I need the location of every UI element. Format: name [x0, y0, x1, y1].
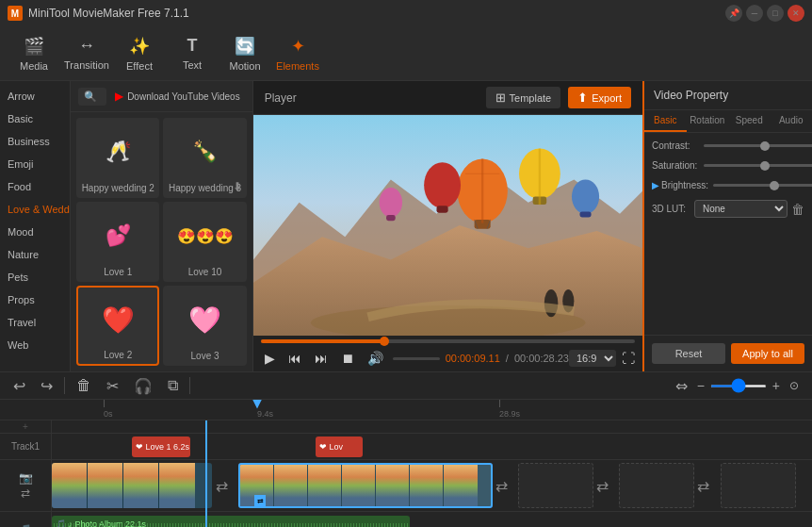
element-love-1[interactable]: 💕 Love 1	[76, 202, 159, 282]
transfer-arrow-2: ⇄	[495, 477, 508, 495]
zoom-out-button[interactable]: −	[697, 378, 705, 393]
motion-tool[interactable]: 🔄 Motion	[220, 31, 269, 76]
video-property-tabs: Basic Rotation Speed Audio	[644, 110, 812, 133]
contrast-slider[interactable]	[704, 144, 812, 147]
video-thumb-sel-4	[342, 465, 376, 506]
contrast-label: Contrast:	[652, 140, 704, 151]
volume-button[interactable]: 🔊	[364, 349, 387, 368]
sidebar-item-emoji[interactable]: Emoji	[0, 153, 70, 175]
pin-button[interactable]: 📌	[725, 5, 742, 22]
play-button[interactable]: ▶	[261, 349, 279, 368]
copy-button[interactable]: ⧉	[164, 375, 182, 396]
tracks-content: ❤ Love 1 6.2s ❤ Lov ⇄	[52, 420, 812, 527]
template-button[interactable]: ⊞ Template	[486, 87, 561, 108]
split-view-button[interactable]: ⇔	[672, 375, 691, 397]
video-thumb-4	[159, 463, 195, 508]
prev-frame-button[interactable]: ⏮	[284, 349, 305, 368]
audio-track: 🎵 ♪ Photo Album 22.1s	[52, 512, 812, 527]
element-love-2[interactable]: ❤️ Love 2	[76, 286, 159, 366]
add-track-icon: +	[23, 421, 28, 432]
brightness-row: ▶ Brightness: 0.0	[652, 180, 804, 190]
lut-select[interactable]: None	[694, 200, 788, 218]
video-clip-2-selected[interactable]: ⇄	[238, 463, 493, 508]
search-box[interactable]: 🔍	[78, 88, 106, 106]
element-happy-wedding-3[interactable]: 🍾 Happy wedding 3 ⬇	[163, 118, 246, 198]
elements-label: Elements	[276, 60, 319, 72]
video-track-label: 📷 ⇄	[0, 460, 51, 512]
media-tool[interactable]: 🎬 Media	[9, 31, 58, 76]
sidebar-item-nature[interactable]: Nature	[0, 243, 70, 266]
love2-clip[interactable]: ❤ Lov	[316, 436, 363, 457]
sidebar-item-travel[interactable]: Travel	[0, 311, 70, 334]
seek-fill	[261, 339, 384, 343]
delete-button[interactable]: 🗑	[73, 375, 95, 396]
sidebar-item-food[interactable]: Food	[0, 175, 70, 198]
sidebar-item-love-wedding[interactable]: Love & Wedding	[0, 198, 70, 221]
close-button[interactable]: ✕	[788, 5, 804, 22]
sidebar-item-business[interactable]: Business	[0, 130, 70, 153]
redo-button[interactable]: ↪	[37, 375, 57, 397]
export-button[interactable]: ⬆ Export	[568, 87, 631, 108]
download-icon[interactable]: ⬇	[233, 180, 242, 193]
sidebar-item-web[interactable]: Web	[0, 334, 70, 356]
element-visual: ❤️	[102, 293, 135, 346]
video-thumb-sel-3	[308, 465, 342, 506]
sidebar-item-basic[interactable]: Basic	[0, 107, 70, 130]
app-logo: M MiniTool MovieMaker Free 7.1.1	[8, 6, 189, 21]
time-total: 00:00:28.23	[514, 353, 569, 364]
stop-button[interactable]: ⏹	[337, 349, 358, 368]
tab-rotation[interactable]: Rotation	[687, 110, 729, 132]
elements-tool[interactable]: ✦ Elements	[273, 31, 322, 76]
contrast-row: Contrast: 0.0	[652, 140, 804, 151]
audio-waveform	[52, 523, 410, 527]
transition-icon: ↔	[78, 36, 95, 56]
video-clip-1[interactable]	[52, 463, 212, 508]
download-youtube-btn[interactable]: ▶ Download YouTube Videos	[110, 87, 245, 106]
text-label: Text	[183, 59, 202, 71]
element-love-3[interactable]: 🩷 Love 3	[163, 286, 246, 366]
cut-button[interactable]: ✂	[103, 375, 122, 397]
element-love-10[interactable]: 😍😍😍 Love 10	[163, 202, 246, 282]
time-mark-289: 28.9s	[499, 409, 520, 419]
timeline-body: + Track1 📷 ⇄ 🎵	[0, 420, 812, 527]
sidebar-item-arrow[interactable]: Arrow	[0, 85, 70, 107]
lut-delete-icon[interactable]: 🗑	[791, 202, 804, 217]
tab-speed[interactable]: Speed	[728, 110, 771, 132]
sidebar-item-props[interactable]: Props	[0, 288, 70, 311]
video-thumb-1	[52, 463, 88, 508]
element-happy-wedding-2[interactable]: 🥂 Happy wedding 2	[76, 118, 159, 198]
fit-button[interactable]: ⊙	[786, 377, 803, 394]
text-tool[interactable]: T Text	[168, 31, 217, 76]
maximize-button[interactable]: □	[767, 5, 784, 22]
video-property-panel: Video Property Basic Rotation Speed Audi…	[642, 81, 812, 371]
minimize-button[interactable]: ─	[746, 5, 763, 22]
audio-clip[interactable]: 🎵 ♪ Photo Album 22.1s	[52, 516, 410, 527]
saturation-slider[interactable]	[704, 164, 812, 167]
brightness-slider[interactable]	[713, 184, 812, 187]
aspect-ratio-select[interactable]: 16:9 9:16 4:3 1:1	[569, 350, 616, 367]
effect-icon: ✨	[129, 36, 150, 57]
sidebar-item-pets[interactable]: Pets	[0, 266, 70, 288]
seek-bar[interactable]	[261, 339, 635, 343]
love1-clip[interactable]: ❤ Love 1 6.2s	[132, 436, 190, 457]
brightness-expand-icon[interactable]: ▶	[652, 180, 659, 190]
reset-button[interactable]: Reset	[652, 343, 725, 364]
zoom-slider[interactable]	[710, 385, 767, 387]
next-frame-button[interactable]: ⏭	[311, 349, 332, 368]
undo-button[interactable]: ↩	[9, 375, 29, 397]
svg-point-13	[424, 162, 461, 208]
transition-tool[interactable]: ↔ Transition	[62, 31, 111, 76]
effect-label: Effect	[126, 60, 153, 72]
audio-button[interactable]: 🎧	[130, 375, 156, 397]
tab-audio[interactable]: Audio	[771, 110, 813, 132]
zoom-in-button[interactable]: +	[772, 378, 780, 393]
effect-tool[interactable]: ✨ Effect	[115, 31, 164, 76]
sidebar-item-mood[interactable]: Mood	[0, 221, 70, 243]
tab-basic[interactable]: Basic	[644, 110, 687, 132]
video-property-footer: Reset Apply to all	[644, 335, 812, 371]
fullscreen-button[interactable]: ⛶	[622, 351, 635, 366]
volume-bar[interactable]	[393, 357, 440, 360]
apply-to-all-button[interactable]: Apply to all	[731, 343, 804, 364]
video-clip-empty-2	[619, 463, 694, 508]
element-label: Happy wedding 3	[169, 183, 241, 193]
